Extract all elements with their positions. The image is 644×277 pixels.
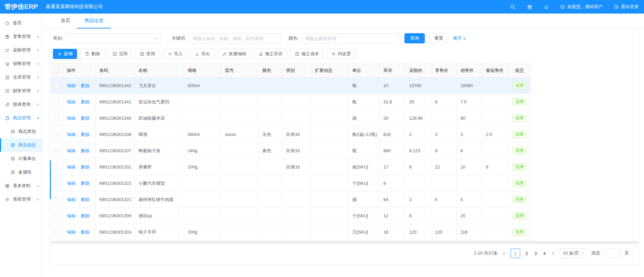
sidebar-item-product-category[interactable]: 商品类别 bbox=[0, 125, 42, 138]
category-select[interactable]: ∨ bbox=[66, 33, 161, 43]
row-checkbox[interactable] bbox=[54, 197, 59, 202]
cell-spec bbox=[184, 110, 221, 126]
cell-category bbox=[282, 110, 311, 126]
edit-link[interactable]: 编辑 bbox=[67, 83, 76, 89]
sidebar-item-products[interactable]: 商品管理 ∧ bbox=[0, 111, 42, 125]
status-badge[interactable]: 启用 bbox=[513, 180, 526, 186]
sidebar-item-home[interactable]: 首页 bbox=[0, 16, 42, 30]
status-badge[interactable]: 启用 bbox=[513, 196, 526, 203]
page-size-select[interactable]: 10 条/页∨ bbox=[560, 249, 587, 258]
chevron-down-icon: ∨ bbox=[581, 252, 584, 255]
edit-link[interactable]: 编辑 bbox=[67, 115, 76, 121]
sidebar-item-reports[interactable]: 报表查询 ∨ bbox=[0, 98, 42, 111]
sidebar-item-basic-data[interactable]: 基本资料 ∨ bbox=[0, 179, 42, 193]
fix-cost-button[interactable]: 修正成本 bbox=[290, 49, 323, 59]
status-badge[interactable]: 启用 bbox=[513, 212, 526, 219]
cell-stock: 31.6 bbox=[380, 94, 405, 110]
edit-link[interactable]: 编辑 bbox=[67, 229, 76, 235]
delete-link[interactable]: 删除 bbox=[81, 164, 90, 170]
sidebar-item-purchase[interactable]: 采购管理 ∨ bbox=[0, 43, 42, 57]
next-page-button[interactable]: > bbox=[551, 251, 555, 256]
enable-button[interactable]: 启用 bbox=[108, 49, 132, 59]
scrollbar-thumb[interactable] bbox=[50, 160, 51, 199]
horizontal-scrollbar[interactable] bbox=[51, 241, 638, 244]
row-checkbox[interactable] bbox=[54, 181, 59, 186]
delete-button[interactable]: 删除 bbox=[80, 49, 105, 59]
select-all-checkbox[interactable] bbox=[54, 68, 59, 73]
sidebar-item-measure-unit[interactable]: 计量单位 bbox=[0, 152, 42, 165]
status-badge[interactable]: 启用 bbox=[513, 98, 526, 105]
page-number-2[interactable]: 2 bbox=[525, 251, 529, 256]
page-number-4[interactable]: 4 bbox=[542, 251, 547, 256]
page-number-3[interactable]: 3 bbox=[533, 251, 538, 256]
row-checkbox[interactable] bbox=[54, 116, 59, 121]
jump-to-input[interactable] bbox=[605, 249, 620, 258]
page-number-1[interactable]: 1 bbox=[511, 249, 520, 258]
row-checkbox[interactable] bbox=[54, 230, 59, 235]
user-welcome[interactable]: 欢迎您，测试用户 bbox=[560, 4, 603, 10]
disable-button[interactable]: 禁用 bbox=[135, 49, 159, 59]
sidebar-item-sales[interactable]: 销售管理 ∨ bbox=[0, 57, 42, 71]
reset-button[interactable]: 重置 bbox=[429, 33, 448, 43]
status-badge[interactable]: 启用 bbox=[513, 115, 526, 121]
delete-link[interactable]: 删除 bbox=[81, 99, 90, 105]
expand-link[interactable]: 展开∨ bbox=[453, 35, 466, 41]
table-row: 编辑 删除 6901236301322 小鹏汽车模型 个[SKU] 8 bbox=[50, 175, 531, 192]
delete-link[interactable]: 删除 bbox=[81, 197, 90, 203]
status-badge[interactable]: 启用 bbox=[513, 82, 526, 89]
edit-link[interactable]: 编辑 bbox=[67, 164, 76, 170]
delete-link[interactable]: 删除 bbox=[81, 213, 90, 219]
delete-link[interactable]: 删除 bbox=[81, 148, 90, 154]
edit-link[interactable]: 编辑 bbox=[67, 180, 76, 186]
cell-operation: 编辑 删除 bbox=[63, 175, 96, 192]
status-badge[interactable]: 启用 bbox=[513, 163, 526, 170]
keyword-input[interactable] bbox=[189, 33, 281, 43]
delete-link[interactable]: 删除 bbox=[81, 132, 90, 138]
sidebar-item-finance[interactable]: 财务管理 ∨ bbox=[0, 84, 42, 98]
cell-purchase-price: 6 bbox=[405, 159, 431, 175]
row-checkbox[interactable] bbox=[54, 100, 59, 104]
edit-link[interactable]: 编辑 bbox=[67, 99, 76, 105]
add-button[interactable]: 新增 bbox=[53, 49, 77, 59]
color-input[interactable] bbox=[302, 33, 398, 43]
search-button[interactable]: 查询 bbox=[404, 33, 425, 43]
bell-icon[interactable] bbox=[544, 4, 549, 10]
prev-page-button[interactable]: < bbox=[502, 251, 506, 256]
table-row: 编辑 删除 6901236301309 测试sp 个[SKU] 12 bbox=[50, 208, 531, 224]
row-checkbox[interactable] bbox=[54, 149, 59, 153]
row-checkbox[interactable] bbox=[54, 132, 59, 137]
bank-icon[interactable] bbox=[527, 4, 533, 10]
status-badge[interactable]: 启用 bbox=[513, 131, 526, 138]
tab-product-info[interactable]: 商品信息 bbox=[77, 14, 111, 28]
row-checkbox[interactable] bbox=[54, 214, 59, 218]
user-status-icon bbox=[560, 4, 565, 9]
logout-button[interactable]: 退出登录 bbox=[613, 4, 639, 10]
edit-link[interactable]: 编辑 bbox=[67, 213, 76, 219]
sidebar-item-warehouse[interactable]: 仓库管理 ∨ bbox=[0, 71, 42, 84]
sidebar-item-retail[interactable]: 零售管理 ∨ bbox=[0, 30, 42, 43]
row-checkbox[interactable] bbox=[54, 83, 59, 88]
delete-link[interactable]: 删除 bbox=[81, 115, 90, 121]
delete-link[interactable]: 删除 bbox=[81, 83, 90, 89]
delete-link[interactable]: 删除 bbox=[81, 229, 90, 235]
sidebar-item-multi-attribute[interactable]: 多属性 bbox=[0, 165, 42, 179]
export-button[interactable]: 导出 bbox=[190, 49, 214, 59]
chevron-down-icon: ∨ bbox=[155, 37, 158, 40]
delete-link[interactable]: 删除 bbox=[81, 180, 90, 186]
column-settings-button[interactable]: 列设置 bbox=[327, 49, 355, 59]
tab-home[interactable]: 首页 bbox=[54, 14, 77, 28]
status-badge[interactable]: 启用 bbox=[513, 147, 526, 154]
fix-stock-button[interactable]: 修正库存 bbox=[254, 49, 287, 59]
edit-link[interactable]: 编辑 bbox=[67, 197, 76, 203]
import-button[interactable]: 导入 bbox=[163, 49, 187, 59]
batch-edit-button[interactable]: 批量编辑 bbox=[218, 49, 251, 59]
sidebar-item-system[interactable]: 系统管理 ∨ bbox=[0, 193, 42, 206]
search-icon[interactable] bbox=[510, 4, 516, 10]
import-icon bbox=[167, 52, 172, 56]
edit-link[interactable]: 编辑 bbox=[67, 132, 76, 138]
column-header-name: 名称 bbox=[135, 63, 184, 78]
status-badge[interactable]: 启用 bbox=[513, 229, 526, 235]
sidebar-item-product-info[interactable]: 商品信息 bbox=[0, 138, 42, 152]
edit-link[interactable]: 编辑 bbox=[67, 148, 76, 154]
row-checkbox[interactable] bbox=[54, 165, 59, 170]
